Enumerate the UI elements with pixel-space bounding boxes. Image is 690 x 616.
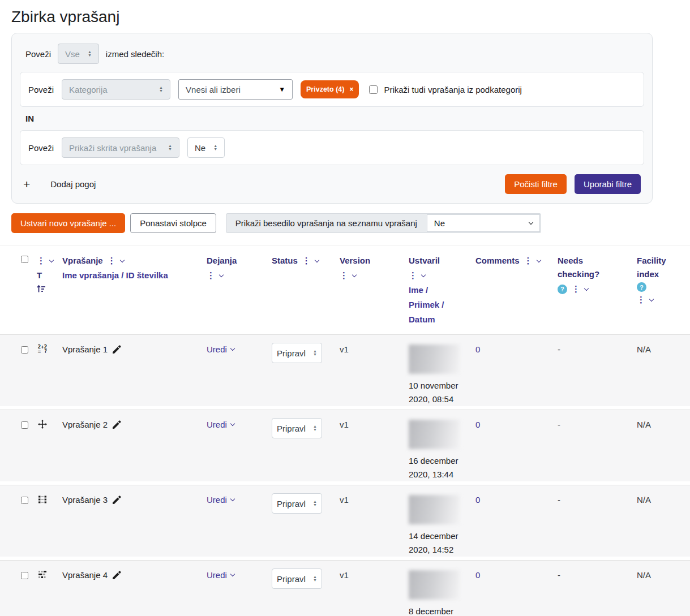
hidden-questions-value-select[interactable]: Ne ▲▼ [187, 137, 225, 158]
comments-count-link[interactable]: 0 [475, 570, 480, 580]
question-column-menu-icon[interactable]: ⋮ [108, 254, 116, 268]
include-subcategories-checkbox[interactable] [369, 85, 378, 94]
facility-index-value: N/A [637, 570, 690, 580]
clear-filters-button[interactable]: Počisti filtre [505, 174, 567, 194]
edit-menu-button[interactable]: Uredi [207, 420, 234, 429]
show-question-text-label: Prikaži besedilo vprašanja na seznamu vp… [226, 214, 426, 232]
chevron-down-icon[interactable] [352, 272, 357, 277]
reset-columns-button[interactable]: Ponastavi stolpce [130, 213, 216, 233]
drag-drop-markers-question-icon [37, 420, 48, 430]
version-value: v1 [340, 344, 409, 354]
question-name: Vprašanje 2 [62, 420, 108, 429]
match-type-value: Vse [65, 49, 80, 59]
edit-label: Uredi [207, 570, 227, 580]
hidden-questions-field-select[interactable]: Prikaži skrita vprašanja ▲▼ [62, 137, 179, 158]
chevron-down-icon[interactable] [315, 257, 319, 262]
chevron-down-icon[interactable] [649, 296, 654, 301]
status-column-menu-icon[interactable]: ⋮ [302, 254, 311, 268]
sort-by-date-link[interactable]: Datum [409, 313, 475, 326]
edit-menu-button[interactable]: Uredi [207, 570, 234, 580]
chevron-down-icon[interactable] [584, 286, 589, 290]
create-question-button[interactable]: Ustvari novo vprašanje ... [11, 213, 125, 233]
comments-count-link[interactable]: 0 [475, 344, 480, 354]
version-column-menu-icon[interactable]: ⋮ [340, 269, 348, 282]
filter-join-operator: IN [25, 114, 638, 123]
chevron-down-icon[interactable] [421, 272, 426, 277]
select-question-checkbox[interactable] [21, 497, 28, 504]
edit-pencil-icon[interactable] [112, 345, 121, 354]
select-updown-icon: ▲▼ [313, 350, 317, 356]
question-name: Vprašanje 1 [62, 344, 108, 354]
calculated-question-icon: 2+2 = ? [37, 344, 48, 354]
select-question-checkbox[interactable] [21, 572, 28, 579]
condition-field-value: Kategorija [69, 85, 108, 94]
facility-index-column-menu-icon[interactable]: ⋮ [637, 293, 645, 307]
chevron-down-icon[interactable] [119, 257, 124, 262]
edit-pencil-icon[interactable] [112, 571, 121, 580]
edit-pencil-icon[interactable] [112, 420, 121, 429]
created-by-column-header: Ustvaril ⋮ Ime / Priimek / Datum [409, 254, 475, 326]
select-question-checkbox[interactable] [21, 346, 28, 354]
type-column-label: T [37, 269, 62, 282]
questions-table-header: ⋮ T Vprašanje ⋮ Ime vprašanja / ID števi… [0, 245, 690, 334]
status-select[interactable]: Pripravl ▲▼ [272, 343, 322, 363]
condition-field-value: Prikaži skrita vprašanja [69, 143, 156, 153]
select-all-checkbox[interactable] [21, 256, 28, 263]
status-column-header: Status ⋮ [272, 254, 340, 268]
status-column-label: Status [272, 254, 298, 268]
sort-ascending-icon[interactable] [37, 285, 46, 293]
dropdown-caret-icon: ▼ [278, 85, 285, 93]
edit-menu-button[interactable]: Uredi [207, 495, 234, 505]
chevron-down-icon[interactable] [536, 257, 541, 262]
comments-count-link[interactable]: 0 [475, 420, 480, 429]
status-select[interactable]: Pripravl ▲▼ [272, 493, 322, 514]
sort-by-lastname-link[interactable]: Priimek / [409, 298, 475, 312]
filters-panel: Poveži Vse ▲▼ izmed sledečih: Poveži Kat… [11, 33, 653, 204]
category-combobox[interactable]: Vnesi ali izberi ▼ [178, 79, 293, 100]
question-row: 2+2 = ? Vprašanje 1 Uredi Pripravl ▲▼ v1… [0, 334, 690, 406]
question-row: Vprašanje 3 Uredi Pripravl ▲▼ v1 14 dece… [0, 485, 690, 557]
edit-menu-button[interactable]: Uredi [207, 344, 234, 354]
comments-column-label: Comments [475, 254, 520, 268]
sort-by-firstname-link[interactable]: Ime / [409, 283, 475, 297]
condition-field-select[interactable]: Kategorija ▲▼ [62, 79, 170, 100]
status-select[interactable]: Pripravl ▲▼ [272, 568, 322, 589]
apply-filters-button[interactable]: Uporabi filtre [575, 174, 641, 194]
actions-column-menu-icon[interactable]: ⋮ [207, 269, 215, 282]
plus-icon: + [23, 178, 30, 191]
creator-name-redacted [409, 495, 460, 524]
question-toolbar: Ustvari novo vprašanje ... Ponastavi sto… [11, 213, 690, 233]
select-updown-icon: ▲▼ [313, 425, 317, 432]
help-icon[interactable]: ? [637, 282, 646, 292]
help-icon[interactable]: ? [558, 285, 567, 294]
badge-remove-icon[interactable]: × [349, 85, 353, 93]
edit-label: Uredi [207, 495, 227, 505]
type-column-menu-icon[interactable]: ⋮ [37, 254, 45, 268]
comments-count-link[interactable]: 0 [475, 495, 480, 505]
filter-condition-hidden-questions: Poveži Prikaži skrita vprašanja ▲▼ Ne ▲▼ [20, 130, 644, 165]
needs-checking-column-menu-icon[interactable]: ⋮ [572, 282, 580, 296]
add-condition-button[interactable]: + Dodaj pogoj [23, 178, 96, 191]
status-select[interactable]: Pripravl ▲▼ [272, 418, 322, 438]
version-value: v1 [340, 495, 409, 505]
question-row: Vprašanje 2 Uredi Pripravl ▲▼ v1 16 dece… [0, 410, 690, 481]
created-date: 8 december 2020, 08:54 [409, 605, 475, 616]
created-by-column-menu-icon[interactable]: ⋮ [409, 269, 417, 282]
show-question-text-select[interactable]: Ne [427, 214, 540, 232]
select-updown-icon: ▲▼ [168, 144, 172, 151]
chevron-down-icon [230, 346, 235, 351]
match-suffix-label: izmed sledečih: [106, 49, 164, 59]
needs-checking-column-header: Needs checking? ? ⋮ [558, 254, 617, 296]
created-by-column-label: Ustvaril [409, 254, 475, 268]
chevron-down-icon [230, 497, 235, 501]
comments-column-menu-icon[interactable]: ⋮ [524, 254, 533, 268]
chevron-down-icon[interactable] [219, 272, 224, 277]
needs-checking-value: - [558, 344, 637, 354]
sort-by-name-link[interactable]: Ime vprašanja / ID številka [62, 269, 207, 282]
type-column-header: ⋮ T [37, 254, 62, 293]
edit-pencil-icon[interactable] [112, 496, 121, 505]
match-type-select[interactable]: Vse ▲▼ [58, 44, 99, 64]
select-question-checkbox[interactable] [21, 421, 28, 429]
match-label: Poveži [25, 49, 51, 59]
chevron-down-icon[interactable] [49, 257, 54, 262]
